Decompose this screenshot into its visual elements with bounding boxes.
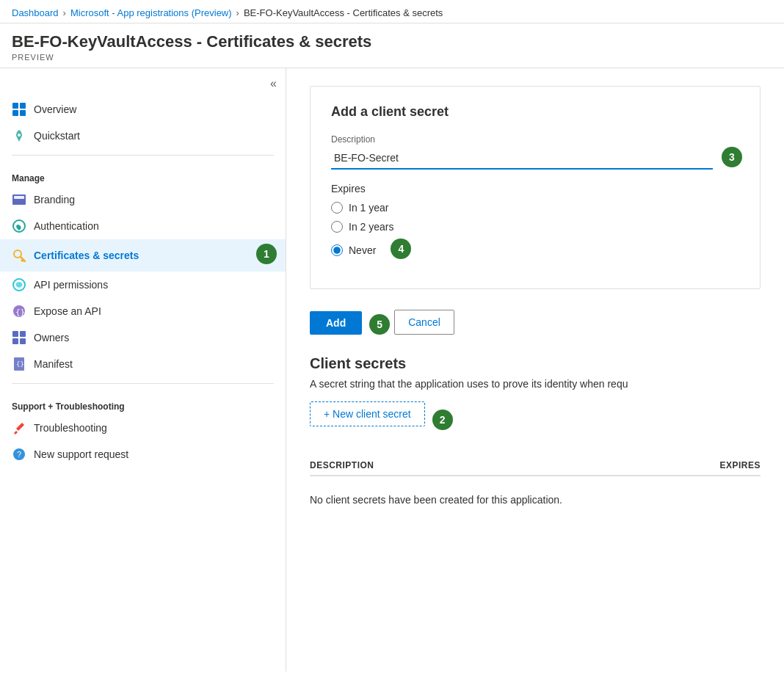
owners-icon (12, 330, 26, 345)
client-secrets-title: Client secrets (310, 355, 761, 372)
sidebar-item-overview[interactable]: Overview (0, 96, 286, 123)
branding-icon (12, 192, 26, 207)
svg-point-4 (18, 134, 21, 137)
svg-text:{}: {} (15, 308, 25, 317)
svg-rect-6 (14, 196, 24, 199)
radio-2years[interactable]: In 2 years (331, 221, 408, 233)
annotation-2: 2 (432, 410, 453, 430)
manage-section-label: Manage (0, 161, 286, 186)
sidebar-manifest-label: Manifest (34, 358, 73, 370)
breadcrumb-dashboard[interactable]: Dashboard (12, 7, 59, 18)
sidebar-branding-label: Branding (34, 194, 75, 205)
manifest-icon: {} (12, 357, 26, 371)
sidebar-collapse-btn: « (0, 77, 286, 96)
sidebar-item-branding[interactable]: Branding (0, 186, 286, 213)
collapse-button[interactable]: « (270, 77, 277, 90)
svg-rect-3 (20, 110, 26, 116)
svg-rect-17 (20, 338, 26, 344)
breadcrumb-sep-1: › (63, 7, 66, 18)
description-label: Description (331, 134, 739, 145)
breadcrumb: Dashboard › Microsoft - App registration… (0, 0, 784, 23)
add-secret-title: Add a client secret (331, 104, 739, 120)
sidebar-owners-label: Owners (34, 332, 69, 343)
api-icon (12, 277, 26, 292)
certificates-row: Certificates & secrets 1 (34, 245, 274, 266)
support-divider (12, 383, 274, 384)
radio-1year[interactable]: In 1 year (331, 202, 408, 214)
client-secrets-desc: A secret string that the application use… (310, 378, 761, 390)
sidebar-troubleshooting-label: Troubleshooting (34, 422, 107, 434)
svg-rect-0 (12, 103, 18, 109)
svg-rect-16 (12, 338, 18, 344)
sidebar-api-label: API permissions (34, 279, 108, 291)
page-title-area: BE-FO-KeyVaultAccess - Certificates & se… (0, 23, 784, 68)
preview-badge: PREVIEW (12, 53, 772, 62)
rocket-icon (12, 128, 26, 143)
new-secret-button[interactable]: + New client secret (310, 401, 425, 426)
layout: « Overview Quickstart (0, 68, 784, 672)
table-empty-message: No client secrets have been created for … (310, 476, 761, 523)
support-section-label: Support + Troubleshooting (0, 390, 286, 415)
table-header: DESCRIPTION EXPIRES (310, 456, 761, 476)
radio-2years-input[interactable] (331, 221, 343, 233)
annotation-3: 3 (722, 147, 742, 167)
radio-1year-label: In 1 year (349, 202, 388, 214)
description-group: Description 3 (331, 134, 739, 170)
radio-never-input[interactable] (331, 244, 343, 256)
wrench-icon (12, 421, 26, 435)
page-title: BE-FO-KeyVaultAccess - Certificates & se… (12, 32, 772, 51)
table-col-description: DESCRIPTION (310, 460, 658, 470)
radio-2years-label: In 2 years (349, 221, 393, 233)
sidebar-item-troubleshooting[interactable]: Troubleshooting (0, 415, 286, 441)
sidebar-certificates-label: Certificates & secrets (34, 250, 139, 261)
annotation-5: 5 (369, 314, 390, 335)
svg-text:{}: {} (16, 360, 24, 368)
auth-icon (12, 219, 26, 233)
sidebar-item-authentication[interactable]: Authentication (0, 213, 286, 239)
breadcrumb-sep-2: › (236, 7, 239, 18)
svg-rect-2 (12, 110, 18, 116)
add-secret-panel: Add a client secret Description 3 Expire… (310, 86, 761, 289)
sidebar-item-expose-api[interactable]: {} Expose an API (0, 298, 286, 324)
sidebar-auth-label: Authentication (34, 220, 99, 232)
sidebar-item-api-permissions[interactable]: API permissions (0, 272, 286, 298)
sidebar-quickstart-label: Quickstart (34, 130, 80, 142)
expose-icon: {} (12, 304, 26, 319)
main-content: Add a client secret Description 3 Expire… (286, 68, 784, 672)
svg-rect-15 (20, 331, 26, 337)
grid-icon (12, 102, 26, 117)
sidebar-item-new-support[interactable]: ? New support request (0, 441, 286, 468)
annotation-1: 1 (256, 244, 277, 264)
sidebar-item-certificates[interactable]: Certificates & secrets 1 (0, 239, 286, 272)
radio-group: In 1 year In 2 years Never 4 (331, 202, 408, 261)
sidebar-support-label: New support request (34, 448, 128, 460)
sidebar-item-owners[interactable]: Owners (0, 324, 286, 351)
radio-never-label: Never (349, 244, 376, 256)
sidebar-item-quickstart[interactable]: Quickstart (0, 123, 286, 149)
svg-rect-1 (20, 103, 26, 109)
sidebar: « Overview Quickstart (0, 68, 286, 672)
description-input[interactable] (331, 148, 713, 170)
sidebar-item-manifest[interactable]: {} Manifest (0, 351, 286, 377)
breadcrumb-app-reg[interactable]: Microsoft - App registrations (Preview) (70, 7, 232, 18)
radio-never[interactable]: Never 4 (331, 240, 408, 261)
action-buttons: Add 5 Cancel (310, 310, 761, 335)
breadcrumb-current: BE-FO-KeyVaultAccess - Certificates & se… (244, 7, 443, 18)
expires-group: Expires In 1 year In 2 years (331, 183, 739, 261)
key-icon (12, 248, 26, 263)
radio-1year-input[interactable] (331, 202, 343, 214)
manage-divider (12, 155, 274, 156)
sidebar-expose-label: Expose an API (34, 305, 101, 317)
annotation-4: 4 (391, 239, 411, 259)
support-icon: ? (12, 447, 26, 462)
table-col-expires: EXPIRES (658, 460, 761, 470)
sidebar-overview-label: Overview (34, 103, 76, 115)
svg-text:?: ? (17, 450, 21, 459)
client-secrets-section: Client secrets A secret string that the … (310, 355, 761, 523)
cancel-button[interactable]: Cancel (394, 310, 454, 335)
svg-rect-14 (12, 331, 18, 337)
add-button[interactable]: Add (310, 311, 362, 335)
expires-label: Expires (331, 183, 739, 194)
